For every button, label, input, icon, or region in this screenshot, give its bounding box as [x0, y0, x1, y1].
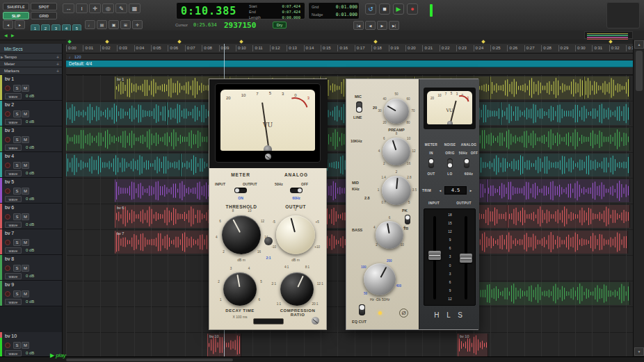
- solo-button[interactable]: S: [13, 239, 21, 246]
- track-header-bv-7[interactable]: bv 7SMwave0 dB: [0, 229, 63, 255]
- markers-ruler-header[interactable]: Markers +: [0, 67, 63, 75]
- timeline-marker-1[interactable]: [105, 40, 109, 44]
- solo-button[interactable]: S: [13, 290, 21, 297]
- track-view-selector[interactable]: wave: [5, 93, 22, 99]
- solo-button[interactable]: S: [13, 188, 21, 195]
- time-ruler-header[interactable]: Min:Secs: [0, 44, 63, 54]
- vertical-scroll-thumb[interactable]: [636, 51, 643, 91]
- pencil-tool-icon[interactable]: ✎: [115, 3, 127, 13]
- solo-button[interactable]: S: [13, 342, 21, 349]
- track-header-bv-2[interactable]: bv 2SMwave0 dB: [0, 101, 63, 126]
- go-to-start-button[interactable]: |◀: [353, 21, 364, 30]
- mute-button[interactable]: M: [22, 342, 29, 349]
- trim-down-arrow[interactable]: ◂: [437, 189, 443, 192]
- record-enable-button[interactable]: [5, 188, 10, 194]
- track-view-selector[interactable]: wave: [5, 196, 22, 202]
- length-field[interactable]: Length 0:00.000: [249, 15, 303, 20]
- stop-button[interactable]: ■: [379, 3, 390, 15]
- trim-tool-icon[interactable]: ↔: [63, 3, 74, 13]
- end-value[interactable]: 0:07.424: [282, 9, 301, 15]
- main-counter[interactable]: 0:10.385: [181, 5, 236, 17]
- treble-knob[interactable]: [383, 138, 410, 165]
- start-value[interactable]: 0:07.424: [282, 3, 301, 9]
- track-view-selector[interactable]: wave: [5, 350, 22, 356]
- horizontal-scrollbar[interactable]: [0, 356, 644, 362]
- eq-cut-switch[interactable]: [359, 304, 365, 315]
- timeline-marker-3[interactable]: [239, 40, 243, 44]
- timeline-marker-6[interactable]: [609, 40, 613, 44]
- output-fader[interactable]: [460, 254, 472, 263]
- audio-clip-bv-5-3[interactable]: [487, 179, 630, 202]
- metronome-icon[interactable]: ♩: [85, 20, 95, 29]
- zoomer-tool-icon[interactable]: ◎: [102, 3, 114, 13]
- noise-switch[interactable]: [447, 158, 453, 168]
- smart-tool-icon[interactable]: ▦: [129, 3, 140, 13]
- track-view-selector[interactable]: wave: [5, 119, 22, 125]
- bass-knob[interactable]: [376, 221, 403, 249]
- trim-up-arrow[interactable]: ▸: [468, 189, 474, 192]
- solo-button[interactable]: S: [13, 136, 21, 143]
- play-button[interactable]: ▶: [393, 3, 404, 15]
- solo-button[interactable]: S: [13, 110, 21, 117]
- mute-button[interactable]: M: [22, 85, 29, 92]
- selector-tool-icon[interactable]: I: [76, 3, 88, 13]
- disclosure-triangle-icon[interactable]: ▶: [1, 55, 3, 59]
- mute-button[interactable]: M: [22, 188, 29, 195]
- mirror-midi-icon[interactable]: ⊞: [120, 20, 131, 29]
- mute-button[interactable]: M: [22, 110, 29, 117]
- dry-chip[interactable]: Dry: [273, 22, 287, 28]
- threshold-knob[interactable]: [222, 215, 261, 254]
- audio-clip-bv-4-0[interactable]: [66, 154, 181, 176]
- mute-button[interactable]: M: [22, 136, 29, 143]
- rewind-button[interactable]: ◀: [365, 21, 376, 30]
- mute-button[interactable]: M: [22, 239, 29, 246]
- timeline-marker-5[interactable]: [481, 40, 485, 44]
- record-enable-button[interactable]: [5, 85, 10, 91]
- record-enable-button[interactable]: [5, 343, 10, 348]
- zoom-out-button[interactable]: ◂: [3, 20, 13, 29]
- solo-button[interactable]: S: [13, 213, 21, 220]
- bass-freq-knob[interactable]: [364, 263, 396, 295]
- mode-spot-button[interactable]: SPOT: [31, 3, 57, 10]
- analog-hum-switch[interactable]: [290, 188, 303, 193]
- markers-lane[interactable]: [66, 67, 633, 75]
- grid-value[interactable]: 0:01.000: [336, 3, 357, 11]
- audio-clip-bv-2-0[interactable]: [66, 102, 167, 125]
- nudge-field[interactable]: Nudge 0:01.000: [312, 11, 357, 19]
- mode-grid-button[interactable]: GRID: [31, 12, 57, 19]
- mute-button[interactable]: M: [22, 162, 29, 169]
- compression-ratio-knob[interactable]: [280, 272, 314, 306]
- preamp-knob[interactable]: [384, 99, 409, 124]
- tempo-lane[interactable]: ♩ 120: [66, 54, 633, 60]
- add-meter-icon[interactable]: +: [56, 61, 59, 66]
- track-view-selector[interactable]: wave: [5, 299, 22, 305]
- start-field[interactable]: Start 0:07.424: [249, 3, 303, 9]
- scroll-right-arrow[interactable]: ▶: [11, 33, 15, 38]
- solo-button[interactable]: S: [13, 265, 21, 272]
- trim-value[interactable]: 4.5: [444, 186, 467, 195]
- track-view-selector[interactable]: wave: [5, 145, 22, 151]
- track-header-bv-9[interactable]: bv 9SMwave0 dB: [0, 281, 63, 306]
- length-value[interactable]: 0:00.000: [282, 15, 301, 20]
- record-button[interactable]: ●: [407, 3, 418, 15]
- scroll-down-arrow[interactable]: ▼: [634, 347, 644, 356]
- loop-playback-button[interactable]: ↺: [365, 3, 376, 15]
- meter-source-switch[interactable]: [234, 188, 247, 193]
- midi-merge-icon[interactable]: ▤: [97, 20, 107, 29]
- meter-lane[interactable]: Default: 4/4: [66, 60, 633, 67]
- audio-clip-bv-2-4[interactable]: [501, 102, 630, 125]
- track-header-bv-4[interactable]: bv 4SMwave0 dB: [0, 152, 63, 178]
- tab-transient-icon[interactable]: ▣: [108, 20, 119, 29]
- add-tempo-icon[interactable]: +: [56, 54, 59, 59]
- mid-knob[interactable]: [382, 176, 411, 205]
- record-enable-button[interactable]: [5, 137, 10, 142]
- pk-tr-switch[interactable]: [405, 215, 410, 224]
- grabber-tool-icon[interactable]: ✛: [89, 3, 101, 13]
- scroll-left-arrow[interactable]: ◀: [4, 33, 8, 38]
- record-enable-button[interactable]: [5, 240, 10, 245]
- analog-hum-switch-hls[interactable]: [464, 158, 469, 168]
- input-fader[interactable]: [428, 251, 441, 260]
- track-view-selector[interactable]: wave: [5, 247, 22, 254]
- audio-clip-bv-3-0[interactable]: [66, 128, 209, 151]
- track-view-selector[interactable]: wave: [5, 170, 22, 176]
